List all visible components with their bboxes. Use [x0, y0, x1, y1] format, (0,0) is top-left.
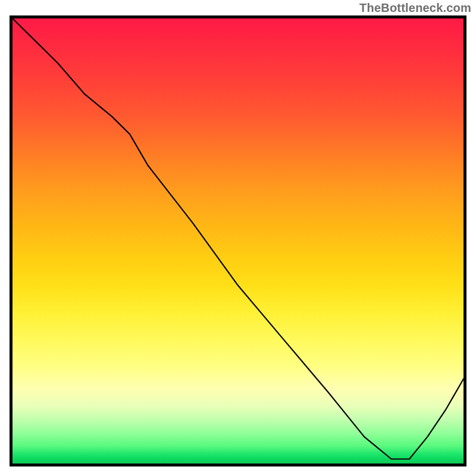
data-line [12, 18, 464, 464]
watermark-text: TheBottleneck.com [359, 1, 471, 15]
plot-area [10, 15, 466, 466]
chart-frame: TheBottleneck.com [0, 0, 476, 476]
